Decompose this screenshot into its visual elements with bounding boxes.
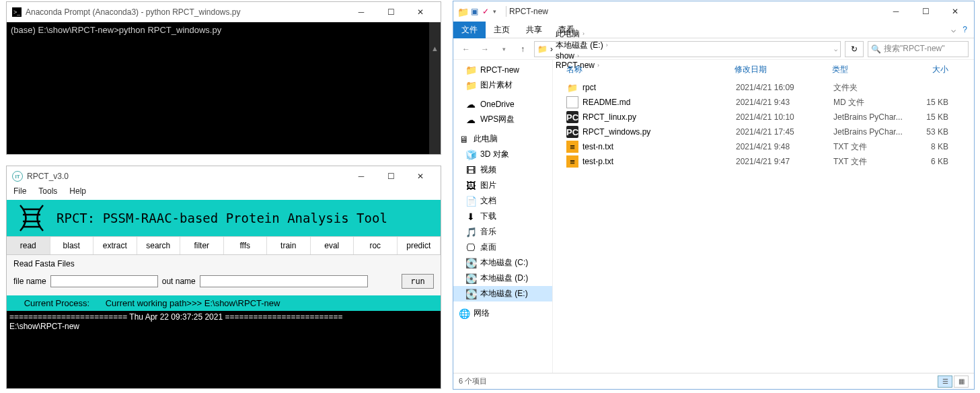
txt-file-icon: ≡ (566, 141, 578, 153)
tab-eval[interactable]: eval (311, 237, 354, 254)
file-name: rpct (582, 83, 736, 92)
col-type[interactable]: 类型 (832, 64, 913, 75)
menu-help[interactable]: Help (69, 186, 86, 200)
close-button[interactable]: ✕ (406, 3, 435, 22)
nav-item-下载[interactable]: ⬇下载 (453, 209, 552, 224)
nav-item-RPCT-new[interactable]: 📁RPCT-new (453, 63, 552, 77)
chevron-right-icon[interactable]: › (576, 52, 580, 59)
ribbon-home[interactable]: 主页 (486, 22, 518, 38)
file-row[interactable]: README.md2021/4/21 9:43MD 文件15 KB (553, 95, 974, 110)
nav-item-网络[interactable]: 🌐网络 (453, 306, 552, 321)
file-type: JetBrains PyChar... (833, 112, 914, 122)
folder-icon: 📁 (566, 81, 578, 94)
nav-item-视频[interactable]: 🎞视频 (453, 162, 552, 178)
tab-filter[interactable]: filter (180, 237, 224, 254)
view-details-button[interactable]: ☰ (938, 376, 952, 388)
titlebar[interactable]: 📁 ▣ ✓ ▾ RPCT-new ─ ☐ ✕ (453, 1, 974, 22)
help-icon[interactable]: ? (963, 25, 967, 34)
nav-item-图片[interactable]: 🖼图片 (453, 178, 552, 193)
column-headers[interactable]: 名称 修改日期 类型 大小 (553, 60, 974, 80)
file-date: 2021/4/21 10:10 (736, 112, 833, 122)
tab-predict[interactable]: predict (398, 237, 441, 254)
ribbon-file[interactable]: 文件 (453, 22, 486, 38)
md-file-icon (566, 96, 578, 108)
qat-dropdown-icon[interactable]: ▾ (493, 8, 496, 15)
breadcrumb[interactable]: 📁 › 此电脑›本地磁盘 (E:)›show›RPCT-new› ⌵ (534, 41, 841, 57)
tab-search[interactable]: search (137, 237, 181, 254)
file-row[interactable]: PCRPCT_linux.py2021/4/21 10:10JetBrains … (553, 110, 974, 124)
tab-blast[interactable]: blast (50, 237, 94, 254)
file-row[interactable]: 📁rpct2021/4/21 16:09文件夹 (553, 80, 974, 95)
nav-label: 本地磁盘 (D:) (480, 273, 528, 284)
out-name-label: out name (162, 277, 196, 286)
search-input[interactable]: 🔍 搜索"RPCT-new" (868, 41, 969, 57)
scroll-up-icon[interactable]: ▲ (429, 42, 441, 54)
file-row[interactable]: ≡test-p.txt2021/4/21 9:47TXT 文件6 KB (553, 154, 974, 169)
terminal-output[interactable]: (base) E:\show\RPCT-new>python RPCT_wind… (7, 22, 441, 154)
nav-item-本地磁盘 (D:)[interactable]: 💽本地磁盘 (D:) (453, 271, 552, 286)
col-date[interactable]: 修改日期 (734, 64, 832, 75)
nav-item-WPS网盘[interactable]: ☁WPS网盘 (453, 112, 552, 127)
doc-icon: 📄 (465, 196, 476, 207)
minimize-button[interactable]: ─ (346, 3, 376, 22)
run-button[interactable]: run (402, 274, 434, 289)
crumb-segment[interactable]: show (556, 51, 574, 61)
file-list[interactable]: 名称 修改日期 类型 大小 📁rpct2021/4/21 16:09文件夹REA… (553, 60, 974, 373)
out-name-input[interactable] (200, 275, 368, 287)
col-size[interactable]: 大小 (913, 64, 969, 75)
file-row[interactable]: PCRPCT_windows.py2021/4/21 17:45JetBrain… (553, 124, 974, 139)
navigation-pane[interactable]: 📁RPCT-new📁图片素材☁OneDrive☁WPS网盘🖥此电脑🧊3D 对象🎞… (453, 60, 553, 373)
close-button[interactable]: ✕ (406, 167, 435, 186)
nav-label: 文档 (480, 195, 496, 207)
titlebar[interactable]: >_ Anaconda Prompt (Anaconda3) - python … (7, 2, 441, 22)
minimize-button[interactable]: ─ (881, 2, 911, 21)
file-name-input[interactable] (50, 275, 158, 287)
nav-item-本地磁盘 (C:)[interactable]: 💽本地磁盘 (C:) (453, 255, 552, 271)
ribbon-expand-icon[interactable]: ⌵ (951, 25, 956, 34)
col-name[interactable]: 名称 (566, 64, 734, 75)
refresh-button[interactable]: ↻ (845, 41, 864, 57)
nav-forward-button[interactable]: → (478, 42, 492, 57)
file-row[interactable]: ≡test-n.txt2021/4/21 9:48TXT 文件8 KB (553, 139, 974, 154)
nav-up-button[interactable]: ↑ (515, 42, 530, 57)
tab-fffs[interactable]: fffs (224, 237, 268, 254)
qat-newfolder-icon[interactable]: ✓ (482, 7, 489, 16)
ribbon-share[interactable]: 共享 (518, 22, 550, 38)
crumb-segment[interactable]: 此电脑 (556, 28, 580, 40)
nav-item-桌面[interactable]: 🖵桌面 (453, 240, 552, 255)
chevron-right-icon[interactable]: › (605, 42, 609, 48)
nav-item-音乐[interactable]: 🎵音乐 (453, 224, 552, 240)
music-icon: 🎵 (465, 227, 476, 238)
tab-roc[interactable]: roc (354, 237, 398, 254)
menu-file[interactable]: File (13, 186, 26, 200)
chevron-right-icon[interactable]: › (581, 30, 586, 37)
tab-train[interactable]: train (267, 237, 311, 254)
scrollbar[interactable]: ▲ (429, 22, 441, 154)
nav-item-此电脑[interactable]: 🖥此电脑 (453, 131, 552, 147)
address-dropdown-icon[interactable]: ⌵ (834, 46, 837, 52)
maximize-button[interactable]: ☐ (376, 3, 406, 22)
thispc-icon: 🖥 (459, 134, 469, 145)
nav-back-button[interactable]: ← (459, 42, 474, 57)
minimize-button[interactable]: ─ (346, 167, 376, 186)
maximize-button[interactable]: ☐ (376, 167, 406, 186)
titlebar[interactable]: IT RPCT_v3.0 ─ ☐ ✕ (7, 166, 441, 186)
crumb-segment[interactable]: 本地磁盘 (E:) (556, 40, 603, 51)
close-button[interactable]: ✕ (940, 2, 970, 21)
nav-item-3D 对象[interactable]: 🧊3D 对象 (453, 147, 552, 162)
view-icons-button[interactable]: ▦ (954, 376, 969, 388)
maximize-button[interactable]: ☐ (911, 2, 940, 21)
nav-item-本地磁盘 (E:)[interactable]: 💽本地磁盘 (E:) (453, 286, 552, 301)
tab-extract[interactable]: extract (93, 237, 137, 254)
window-title: RPCT_v3.0 (27, 172, 69, 181)
wps-icon: ☁ (465, 114, 476, 125)
menu-tools[interactable]: Tools (38, 186, 57, 200)
tab-read[interactable]: read (7, 237, 50, 254)
nav-item-图片素材[interactable]: 📁图片素材 (453, 77, 552, 93)
qat-properties-icon[interactable]: ▣ (471, 7, 478, 16)
nav-item-文档[interactable]: 📄文档 (453, 193, 552, 209)
svg-text:>_: >_ (13, 9, 21, 15)
console-output[interactable]: ========================= Thu Apr 22 09:… (7, 311, 441, 388)
nav-recent-icon[interactable]: ▾ (496, 42, 511, 57)
nav-item-OneDrive[interactable]: ☁OneDrive (453, 97, 552, 112)
